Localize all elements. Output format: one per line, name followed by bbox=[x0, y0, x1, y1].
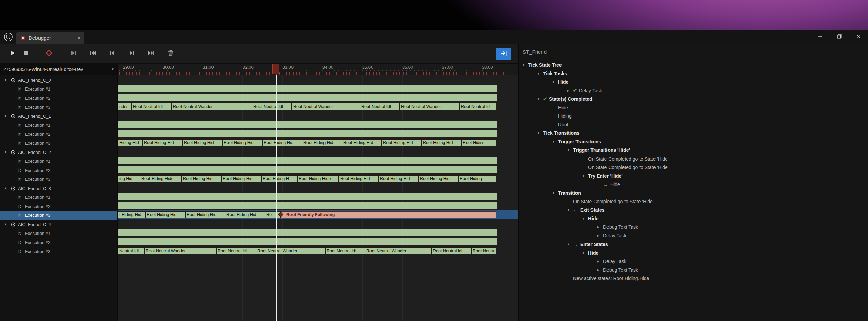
tree-group-AIC_Friend_C_3[interactable]: ▼AIC_Friend_C_3 bbox=[0, 184, 117, 193]
state-segment[interactable]: Root Neutral Idl bbox=[431, 247, 471, 254]
state-tree-node[interactable]: ▼Try Enter 'Hide' bbox=[519, 172, 868, 180]
expander-icon[interactable]: ▼ bbox=[537, 97, 543, 101]
expander-icon[interactable]: ▼ bbox=[582, 174, 588, 178]
timeline-panel[interactable]: nderRoot Neutral IdlRoot Neutral WanderR… bbox=[118, 64, 518, 321]
state-tree-node[interactable]: ▼Hide bbox=[519, 78, 868, 86]
tree-group-AIC_Friend_C_4[interactable]: ▼AIC_Friend_C_4 bbox=[0, 220, 117, 229]
previous-frame-button[interactable] bbox=[106, 47, 119, 61]
state-segment[interactable]: Root Neutral Idl bbox=[216, 247, 256, 254]
state-tree-node[interactable]: ▼✔State(s) Completed bbox=[519, 95, 868, 103]
playhead-line[interactable] bbox=[276, 75, 277, 321]
state-segment[interactable]: Root Hiding Hid bbox=[302, 139, 342, 146]
execution-item[interactable]: Execution #1 bbox=[0, 229, 117, 238]
execution-item[interactable]: Execution #2 bbox=[0, 130, 117, 139]
first-frame-button[interactable] bbox=[86, 47, 100, 61]
state-segment[interactable]: Neutral Idl bbox=[118, 247, 144, 254]
state-tree-node[interactable]: On State Completed go to State 'Hide' bbox=[519, 155, 868, 163]
stop-button[interactable] bbox=[19, 47, 33, 61]
state-segment[interactable]: Root Neutral Wander bbox=[172, 103, 252, 110]
execution-item[interactable]: Execution #1 bbox=[0, 121, 117, 130]
state-segment[interactable]: Root Hiding Hid bbox=[222, 139, 262, 146]
state-segment[interactable]: Root Hiding Hid bbox=[339, 175, 379, 182]
expander-icon[interactable]: ▼ bbox=[4, 78, 8, 82]
state-segment[interactable]: Root Neutral Idl bbox=[132, 103, 172, 110]
tree-group-AIC_Friend_C_0[interactable]: ▼AIC_Friend_C_0 bbox=[0, 76, 117, 85]
tab-debugger[interactable]: Debugger × bbox=[16, 32, 84, 44]
state-segment[interactable]: Root Neutral Wander bbox=[400, 103, 460, 110]
expander-icon[interactable]: ▶ bbox=[597, 260, 603, 263]
execution-item[interactable]: Execution #2 bbox=[0, 166, 117, 175]
state-segment[interactable]: Root Hiding bbox=[458, 175, 496, 182]
state-segment[interactable]: Root Hiding Hid bbox=[382, 139, 422, 146]
expander-icon[interactable]: ▼ bbox=[4, 150, 8, 154]
expander-icon[interactable]: ▶ bbox=[567, 89, 573, 92]
state-segment[interactable]: Root Hiding Hid bbox=[145, 211, 185, 218]
state-segment[interactable]: Root Neutral Idl bbox=[325, 247, 365, 254]
expander-icon[interactable]: ▼ bbox=[537, 131, 543, 135]
state-segment[interactable]: Root Neutral Wander bbox=[292, 103, 360, 110]
expander-icon[interactable]: ▼ bbox=[552, 80, 558, 84]
state-tree-node[interactable]: ▼Trigger Transitions bbox=[519, 138, 868, 146]
state-segment[interactable]: Root Hiding Hid bbox=[143, 139, 183, 146]
state-tree-node[interactable]: ▶Delay Task bbox=[519, 257, 868, 266]
execution-item[interactable]: Execution #2 bbox=[0, 238, 117, 247]
state-segment[interactable]: Root Friendly Following bbox=[281, 211, 496, 218]
expander-icon[interactable]: ▼ bbox=[582, 251, 588, 255]
track-row[interactable] bbox=[118, 237, 518, 246]
state-tree-node[interactable]: ▶Delay Task bbox=[519, 231, 868, 240]
track-row[interactable] bbox=[118, 156, 518, 165]
state-segment[interactable]: ing Hid bbox=[118, 175, 140, 182]
state-tree-node[interactable]: ▶Debug Text Task bbox=[519, 223, 868, 231]
record-button[interactable] bbox=[42, 47, 56, 61]
state-segment[interactable]: nder bbox=[118, 103, 132, 110]
next-frame-button[interactable] bbox=[125, 47, 139, 61]
state-segment[interactable]: Root Neutral Wa bbox=[471, 247, 496, 254]
state-tree-node[interactable]: On State Completed go to State 'Hide' bbox=[519, 197, 868, 206]
track-row[interactable]: t Hiding HidRoot Hiding HidRoot Hiding H… bbox=[118, 210, 518, 220]
state-segment[interactable]: Root Hiding Hid bbox=[379, 175, 419, 182]
track-row[interactable] bbox=[118, 165, 518, 174]
expander-icon[interactable]: ▼ bbox=[537, 72, 543, 75]
track-bar[interactable] bbox=[118, 238, 497, 245]
last-frame-button[interactable] bbox=[144, 47, 158, 61]
state-segment[interactable]: Root Neutral Idl bbox=[360, 103, 400, 110]
state-segment[interactable]: Root Neutral Idl bbox=[252, 103, 292, 110]
state-segment[interactable]: Root Hiding Hide bbox=[140, 175, 182, 182]
execution-item[interactable]: Execution #3 bbox=[0, 247, 117, 256]
play-button[interactable] bbox=[5, 47, 19, 61]
expander-icon[interactable]: ▼ bbox=[4, 187, 8, 190]
execution-item[interactable]: Execution #1 bbox=[0, 85, 117, 94]
state-tree-node[interactable]: ▼Transition bbox=[519, 189, 868, 197]
expander-icon[interactable]: ▶ bbox=[597, 234, 603, 237]
expander-icon[interactable]: ▼ bbox=[567, 243, 573, 246]
state-tree-node[interactable]: ▼Tick State Tree bbox=[519, 61, 868, 69]
minimize-button[interactable] bbox=[811, 30, 830, 44]
execution-item[interactable]: Execution #3 bbox=[0, 103, 117, 112]
state-tree-node[interactable]: New active states: Root.Hiding.Hide bbox=[519, 274, 868, 283]
state-segment[interactable]: Root Hiding Hid bbox=[422, 139, 461, 146]
state-tree-node[interactable]: ▼Tick Transitions bbox=[519, 129, 868, 138]
state-segment[interactable]: Root Neutral Wander bbox=[256, 247, 325, 254]
state-segment[interactable]: Hiding Hid bbox=[118, 139, 143, 146]
state-segment[interactable]: Root Hidin bbox=[461, 139, 496, 146]
track-row[interactable]: ing HidRoot Hiding HideRoot Hiding HidRo… bbox=[118, 174, 518, 183]
expander-icon[interactable]: ▼ bbox=[4, 114, 8, 118]
track-row[interactable] bbox=[118, 93, 518, 102]
state-tree-node[interactable]: ▼→Enter States bbox=[519, 240, 868, 248]
timeline-ruler[interactable]: 29.0030.0031.0032.0033.0034.0035.0036.00… bbox=[118, 64, 518, 75]
jump-to-latest-button[interactable] bbox=[496, 48, 511, 60]
track-row[interactable] bbox=[118, 201, 518, 210]
track-bar[interactable] bbox=[118, 202, 497, 209]
track-bar[interactable] bbox=[118, 193, 497, 200]
state-tree-node[interactable]: ▼←Exit States bbox=[519, 206, 868, 214]
state-tree-node[interactable]: →Hide bbox=[519, 180, 868, 189]
track-bar[interactable] bbox=[118, 157, 497, 164]
tree-group-AIC_Friend_C_2[interactable]: ▼AIC_Friend_C_2 bbox=[0, 148, 117, 157]
state-segment[interactable]: Root Hiding H bbox=[261, 175, 297, 182]
state-segment[interactable]: Root Hiding Hid bbox=[183, 139, 222, 146]
close-button[interactable] bbox=[849, 30, 868, 44]
track-row[interactable] bbox=[118, 120, 518, 129]
state-segment[interactable]: Root Hiding Hid bbox=[419, 175, 458, 182]
state-segment[interactable]: Root Hiding Hid bbox=[182, 175, 221, 182]
session-dropdown[interactable]: 2759693516-Win64-UnrealEditor-Dev ▾ bbox=[0, 64, 117, 75]
